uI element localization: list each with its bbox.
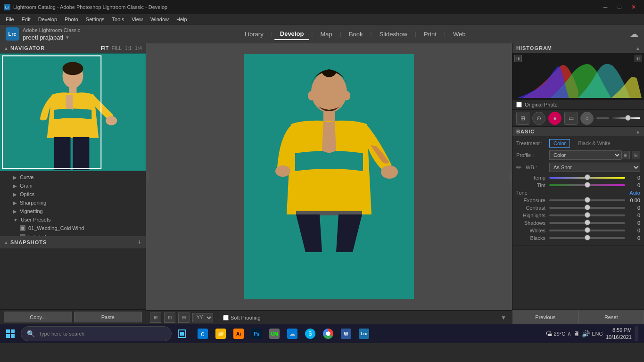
snapshots-header[interactable]: ▲ Snapshots +: [0, 236, 146, 248]
shadows-slider[interactable]: [549, 222, 625, 224]
temp-slider-thumb[interactable]: [585, 174, 590, 180]
menu-develop[interactable]: Develop: [34, 14, 61, 24]
treatment-bw[interactable]: Black & White: [574, 139, 614, 148]
nav-library[interactable]: Library: [239, 29, 269, 40]
view-mode-select[interactable]: YY XY: [192, 313, 213, 322]
illustrator-icon[interactable]: Ai: [230, 325, 247, 342]
skype-icon[interactable]: S: [302, 325, 319, 342]
keyboard-icon[interactable]: ENG: [592, 331, 603, 337]
heal-tool[interactable]: ⊙: [532, 112, 545, 125]
profile-icon-grid1[interactable]: ⊞: [621, 151, 630, 159]
window-controls[interactable]: ─ □ ✕: [599, 2, 640, 12]
maximize-button[interactable]: □: [613, 2, 626, 12]
exposure-slider[interactable]: [549, 199, 625, 201]
nav-map[interactable]: Map: [314, 29, 338, 40]
histogram-highlight-icon[interactable]: ◧: [635, 55, 642, 62]
preset-user-presets[interactable]: ▼ User Presets: [0, 215, 146, 224]
radial-tool[interactable]: ○: [580, 112, 594, 125]
nav-book[interactable]: Book: [343, 29, 369, 40]
preset-grain[interactable]: ▶ Grain: [0, 181, 146, 190]
grid-view-button[interactable]: ⊞: [150, 313, 161, 323]
left-resize-handle[interactable]: [146, 43, 150, 310]
preset-light-balance[interactable]: ≡ light balance: [0, 232, 146, 236]
previous-button[interactable]: Previous: [512, 310, 578, 324]
histogram-shadow-icon[interactable]: ◨: [514, 55, 522, 62]
tint-slider[interactable]: [549, 184, 625, 186]
cloud-icon[interactable]: ☁: [630, 29, 638, 39]
profile-select[interactable]: Color: [549, 150, 621, 160]
basic-section-header[interactable]: Basic ▲: [512, 127, 644, 136]
task-view-button[interactable]: [173, 325, 190, 342]
blacks-thumb[interactable]: [585, 235, 590, 240]
preset-sharpening[interactable]: ▶ Sharpening: [0, 198, 146, 207]
snapshots-add-button[interactable]: +: [138, 238, 142, 247]
contrast-thumb[interactable]: [585, 205, 590, 210]
red-eye-tool[interactable]: ●: [548, 112, 561, 125]
edge-icon[interactable]: e: [194, 325, 211, 342]
photoshop-icon[interactable]: Ps: [248, 325, 265, 342]
user-dropdown-icon[interactable]: ▼: [65, 35, 70, 40]
gradient-tool[interactable]: ▭: [564, 112, 578, 125]
preset-vignetting[interactable]: ▶ Vignetting: [0, 207, 146, 215]
soft-proofing-toggle[interactable]: Soft Proofing: [223, 315, 261, 321]
taskbar-clock[interactable]: 8:59 PM 10/16/2021: [606, 327, 632, 341]
zoom-fill[interactable]: FILL: [111, 45, 122, 51]
tone-slider-thumb[interactable]: [625, 115, 631, 121]
preset-optics[interactable]: ▶ Optics: [0, 190, 146, 198]
onedrive-icon[interactable]: ☁: [284, 325, 301, 342]
nav-web[interactable]: Web: [447, 29, 471, 40]
tint-slider-thumb[interactable]: [585, 182, 590, 188]
menu-photo[interactable]: Photo: [61, 14, 82, 24]
histogram-header[interactable]: Histogram ▲: [512, 43, 644, 53]
shadows-thumb[interactable]: [585, 220, 590, 225]
whites-slider[interactable]: [549, 230, 625, 231]
blacks-slider[interactable]: [549, 237, 625, 239]
minimize-button[interactable]: ─: [599, 2, 612, 12]
gamemaker-icon[interactable]: GM: [266, 325, 283, 342]
volume-icon[interactable]: 🔊: [582, 330, 590, 337]
contrast-slider[interactable]: [549, 207, 625, 209]
up-arrow-icon[interactable]: ∧: [567, 330, 571, 337]
whites-thumb[interactable]: [585, 227, 590, 233]
menu-edit[interactable]: Edit: [18, 14, 34, 24]
toolbar-expand-icon[interactable]: ▼: [499, 313, 508, 322]
nav-develop[interactable]: Develop: [274, 28, 310, 40]
show-desktop-button[interactable]: [635, 326, 638, 341]
exposure-thumb[interactable]: [585, 197, 590, 203]
menu-file[interactable]: File: [2, 14, 18, 24]
crop-tool[interactable]: ⊞: [516, 112, 529, 125]
navigator-thumbnail[interactable]: [0, 53, 146, 171]
close-button[interactable]: ✕: [627, 2, 640, 12]
highlights-thumb[interactable]: [585, 212, 590, 218]
highlights-slider[interactable]: [549, 214, 625, 216]
wb-select[interactable]: As Shot Auto Daylight Cloudy: [549, 163, 640, 172]
menu-tools[interactable]: Tools: [108, 14, 128, 24]
lightroom-taskbar-icon[interactable]: Lrc: [355, 325, 372, 342]
compare-view-button[interactable]: ⊡: [164, 313, 175, 323]
start-button[interactable]: [2, 325, 19, 342]
profile-icon-grid2[interactable]: ⊞: [632, 151, 640, 159]
eyedropper-tool[interactable]: ✏: [516, 164, 522, 171]
network-icon[interactable]: 🖥: [573, 330, 580, 337]
treatment-color[interactable]: Color: [549, 139, 570, 148]
paste-button[interactable]: Paste: [74, 312, 142, 322]
copy-button[interactable]: Copy...: [4, 312, 72, 322]
reset-button[interactable]: Reset: [578, 310, 644, 324]
original-photo-checkbox[interactable]: [516, 102, 522, 107]
zoom-1-1[interactable]: 1:1: [124, 45, 132, 51]
explorer-icon[interactable]: 📁: [212, 325, 229, 342]
temp-slider[interactable]: [549, 177, 625, 179]
soft-proof-checkbox[interactable]: [223, 315, 229, 321]
zoom-fit[interactable]: FIT: [101, 45, 109, 51]
taskbar-search[interactable]: 🔍 Type here to search: [21, 326, 172, 341]
menu-help[interactable]: Help: [173, 14, 191, 24]
menu-view[interactable]: View: [128, 14, 147, 24]
tone-auto-button[interactable]: Auto: [629, 190, 640, 196]
word-icon[interactable]: W: [338, 325, 355, 342]
navigator-header[interactable]: ▲ Navigator FIT FILL 1:1 1:4: [0, 43, 146, 53]
right-resize-handle[interactable]: [508, 43, 512, 310]
menu-settings[interactable]: Settings: [82, 14, 108, 24]
survey-view-button[interactable]: ⊟: [178, 313, 190, 323]
chrome-icon[interactable]: [320, 325, 337, 342]
preset-curve[interactable]: ▶ Curve: [0, 173, 146, 181]
